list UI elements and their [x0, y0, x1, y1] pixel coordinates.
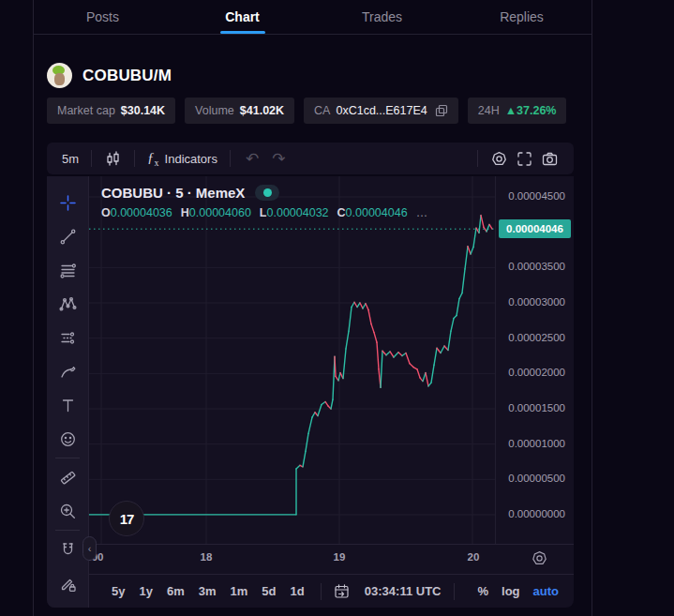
undo-button[interactable]: ↶ — [239, 149, 265, 169]
toolbar-divider — [477, 150, 478, 167]
volume-label: Volume — [195, 104, 234, 117]
chart-settings-button[interactable] — [487, 150, 512, 168]
chart-toolbar: 5m ƒx Indicators ↶ ↷ — [47, 143, 574, 174]
contract-address-badge[interactable]: CA 0xC1cd...E617E4 — [304, 98, 458, 124]
crosshair-icon — [58, 193, 78, 213]
text-tool[interactable] — [51, 388, 84, 422]
volume-value: $41.02K — [240, 104, 284, 117]
change-24h-label: 24H — [478, 104, 500, 117]
app-screen: Posts Chart Trades Replies COBUBU/M Mark… — [0, 0, 674, 616]
text-icon — [58, 396, 78, 415]
fx-icon: ƒx — [147, 150, 159, 168]
range-6m-button[interactable]: 6m — [167, 584, 185, 598]
time-axis[interactable]: 6:00181920 — [89, 544, 574, 574]
toolbar-separator — [55, 458, 80, 458]
zoom-in-tool[interactable] — [51, 494, 84, 528]
tab-trades[interactable]: Trades — [312, 0, 452, 34]
fullscreen-icon — [516, 150, 533, 168]
tab-replies[interactable]: Replies — [452, 0, 592, 34]
magnet-icon — [58, 540, 78, 560]
copy-icon[interactable] — [435, 104, 448, 117]
chart-widget: COBUBU · 5 · MemeX O0.00004036 H0.000040… — [47, 176, 574, 608]
avatar-art — [54, 73, 65, 85]
fullscreen-button[interactable] — [512, 150, 537, 168]
screenshot-button[interactable] — [537, 150, 562, 168]
chart-type-button[interactable] — [100, 150, 126, 168]
projection-tool[interactable] — [51, 321, 84, 354]
range-1d-button[interactable]: 1d — [291, 584, 305, 598]
parallel-lines-icon — [58, 261, 78, 280]
auto-scale-button[interactable]: auto — [533, 584, 559, 598]
tab-chart-label: Chart — [225, 9, 260, 24]
emoji-tool[interactable] — [51, 422, 84, 456]
last-price-tag: 0.00004046 — [499, 219, 571, 238]
candles-icon — [104, 150, 122, 168]
volume-badge: Volume $41.02K — [185, 98, 294, 124]
go-to-date-calendar-icon[interactable] — [333, 582, 351, 600]
brush-tool[interactable] — [51, 354, 84, 388]
magnifier-plus-icon — [58, 502, 78, 521]
interval-button[interactable]: 5m — [58, 152, 82, 166]
tradingview-logo[interactable]: 17 — [109, 501, 144, 536]
interval-label: 5m — [62, 152, 79, 166]
price-axis-label: 0.00003500 — [508, 261, 565, 272]
price-axis-label: 0.00002000 — [508, 367, 565, 378]
page-title: COBUBU/M — [82, 67, 172, 85]
stats-row: Market cap $30.14K Volume $41.02K CA 0xC… — [47, 98, 566, 124]
toolbar-separator — [55, 530, 80, 531]
indicators-button[interactable]: ƒx Indicators — [143, 150, 221, 168]
tab-posts-label: Posts — [86, 9, 119, 24]
camera-icon — [541, 150, 559, 168]
trend-line-tool[interactable] — [51, 219, 84, 253]
token-avatar — [47, 63, 72, 88]
lock-drawings-tool[interactable] — [51, 566, 84, 600]
percent-scale-button[interactable]: % — [477, 584, 488, 598]
measure-tool[interactable] — [51, 460, 84, 494]
forecast-icon — [58, 328, 78, 348]
tab-posts[interactable]: Posts — [33, 0, 172, 34]
axis-settings-gear-icon[interactable] — [531, 549, 548, 567]
brush-icon — [58, 362, 78, 382]
range-1y-button[interactable]: 1y — [139, 584, 152, 598]
price-axis[interactable]: 0.00004046 0.000045000.000035000.0000300… — [495, 176, 574, 544]
toolbar-divider — [134, 150, 135, 167]
price-axis-label: 0.00002500 — [508, 332, 565, 343]
price-axis-label: 0.00000000 — [508, 508, 565, 519]
change-24h-value: ▲37.26% — [505, 104, 557, 117]
clock-utc[interactable]: 03:34:11 UTC — [365, 584, 442, 598]
tab-trades-label: Trades — [362, 9, 402, 24]
redo-button[interactable]: ↷ — [265, 149, 292, 169]
change-24h-badge: 24H ▲37.26% — [468, 98, 567, 124]
trend-line-icon — [58, 227, 78, 247]
indicators-label: Indicators — [165, 152, 217, 166]
token-header: COBUBU/M — [47, 63, 172, 88]
range-3m-button[interactable]: 3m — [199, 584, 217, 598]
ca-label: CA — [314, 104, 330, 117]
ca-value: 0xC1cd...E617E4 — [336, 104, 427, 117]
magnet-tool[interactable] — [51, 533, 84, 566]
fib-lines-tool[interactable] — [51, 253, 84, 287]
price-axis-label: 0.00003000 — [508, 296, 565, 308]
tab-chart[interactable]: Chart — [172, 0, 312, 34]
toolbar-collapse-handle[interactable]: ‹ — [82, 536, 97, 561]
chart-plot-area[interactable] — [89, 176, 495, 544]
price-axis-label: 0.00001500 — [508, 402, 565, 413]
chart-bottom-bar: 5y 1y 6m 3m 1m 5d 1d 03:34:11 UTC % log … — [89, 574, 574, 608]
range-5d-button[interactable]: 5d — [262, 584, 276, 598]
gear-icon — [490, 150, 508, 168]
log-scale-button[interactable]: log — [502, 584, 520, 598]
active-tab-underline — [220, 31, 265, 34]
pattern-tool[interactable] — [51, 287, 84, 321]
crosshair-tool[interactable] — [51, 186, 84, 219]
price-axis-label: 0.00004500 — [508, 190, 565, 202]
range-1m-button[interactable]: 1m — [231, 584, 248, 598]
xabcd-pattern-icon — [58, 294, 78, 314]
scale-controls: % log auto — [477, 584, 559, 598]
toolbar-divider — [230, 150, 231, 167]
time-axis-label: 19 — [334, 551, 346, 563]
toolbar-divider — [91, 150, 92, 167]
time-axis-label: 20 — [468, 551, 480, 563]
emoji-icon — [58, 429, 78, 449]
price-axis-label: 0.00001000 — [508, 438, 565, 449]
range-5y-button[interactable]: 5y — [112, 584, 125, 598]
